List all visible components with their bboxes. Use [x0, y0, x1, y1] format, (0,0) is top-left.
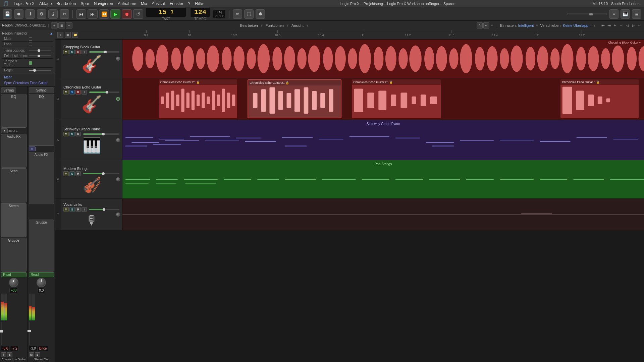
rewind-button[interactable]: ⏮	[76, 9, 86, 19]
eq-button-1[interactable]: EQ	[1, 94, 26, 128]
fader-track-chronicles[interactable]	[89, 92, 119, 93]
audio-fx-button-1[interactable]: Audio FX	[1, 134, 26, 168]
spur-label[interactable]: Spur: Chronicles Echo Guitar	[2, 80, 53, 85]
save-button[interactable]: 💾	[3, 9, 12, 19]
fastforward-button[interactable]: ⏭	[88, 9, 98, 19]
setting-button-1[interactable]: Setting	[1, 87, 16, 93]
cycle-button[interactable]: ↺	[133, 9, 143, 19]
tempo-checkbox[interactable]	[29, 61, 32, 65]
tool-2[interactable]: ⬚	[244, 9, 254, 19]
list-view-btn[interactable]: ▦	[65, 32, 71, 38]
tool-3[interactable]: ✱	[256, 9, 265, 19]
clip-chronicles-6[interactable]: Chronicles Echo Guitar.6 🔒	[560, 79, 639, 118]
channel-knob-chronicles[interactable]	[116, 97, 120, 101]
merge-button[interactable]: ⊣	[619, 23, 624, 28]
quantize-button[interactable]: ≈	[637, 23, 642, 28]
record-toggle-button[interactable]: ⏺	[14, 9, 23, 19]
mehr-button[interactable]: Mehr	[2, 75, 53, 80]
send-button[interactable]: Send	[1, 168, 26, 202]
pan-knob-1[interactable]	[9, 278, 18, 287]
stereo-button[interactable]: Stereo	[1, 203, 26, 237]
clip-chronicles-20[interactable]: Chronicles Echo Guitar.20 🔒	[159, 79, 237, 118]
tracks-scroll[interactable]: 3 Chopping Block Guitar M S R I	[55, 40, 644, 362]
mute-btn-chopping[interactable]: M	[63, 50, 69, 54]
funktionen-menu[interactable]: Funktionen	[266, 23, 284, 27]
menu-mix[interactable]: Mix	[141, 1, 147, 6]
setting-button-2[interactable]: Setting	[29, 87, 54, 93]
menu-navigieren[interactable]: Navigieren	[94, 1, 113, 6]
read-button-2[interactable]: Read	[29, 272, 54, 277]
audio-fx-button-2[interactable]: Audio FX	[29, 152, 54, 204]
feinabstimmen-thumb[interactable]	[38, 55, 40, 57]
region-view-button[interactable]: ↔	[66, 22, 72, 28]
tracks-view-button[interactable]: ▦	[58, 22, 65, 28]
feinabstimmen-fader[interactable]	[29, 55, 51, 56]
solo-btn-strings[interactable]: S	[69, 171, 75, 176]
knobs-button[interactable]: 🎛	[48, 9, 58, 19]
mute-btn-vocal[interactable]: M	[63, 207, 69, 212]
zoom-out-button[interactable]: ⇤	[600, 23, 606, 28]
folder-btn[interactable]: 📁	[72, 32, 78, 38]
record-btn-strings[interactable]: R	[75, 171, 81, 176]
channel-knob-piano[interactable]	[116, 138, 120, 142]
fader-track-vocal[interactable]	[89, 209, 119, 210]
channel-knob-vocal[interactable]	[116, 213, 120, 217]
scissors-button[interactable]: ✂	[60, 9, 69, 19]
mute-btn-strings[interactable]: M	[63, 171, 69, 176]
add-track-button[interactable]: +	[51, 22, 58, 28]
fader-track-chopping[interactable]	[89, 51, 119, 53]
nudge-right-button[interactable]: ▷	[631, 23, 636, 28]
split-button[interactable]: ⊢	[612, 23, 618, 28]
settings-button[interactable]: ⚙	[37, 9, 46, 19]
info-button[interactable]: ℹ	[25, 9, 35, 19]
mono-button[interactable]: ●	[1, 128, 8, 133]
input-btn-chopping[interactable]: I	[82, 50, 87, 54]
v-fader-2[interactable]	[29, 322, 30, 345]
einrasten-value[interactable]: Intelligent	[518, 23, 534, 27]
inspector-arrow[interactable]: ▲	[50, 32, 53, 35]
solo-btn-chronicles[interactable]: S	[69, 90, 75, 95]
v-fader-1[interactable]	[1, 322, 2, 345]
menu-spur[interactable]: Spur	[80, 1, 89, 6]
channel-knob-strings[interactable]	[116, 177, 120, 181]
tool-1[interactable]: ✏	[233, 9, 242, 19]
menu-ansicht[interactable]: Ansicht	[152, 1, 165, 6]
link-button[interactable]: ∞	[29, 146, 36, 151]
eq-button-2[interactable]: EQ	[29, 94, 54, 146]
transposition-fader[interactable]	[29, 50, 51, 51]
menu-aufnahme[interactable]: Aufnahme	[118, 1, 136, 6]
record-btn-chronicles[interactable]: R	[75, 90, 81, 95]
clip-chronicles-23[interactable]: Chronicles Echo Guitar.23 🔒	[352, 79, 440, 118]
inspector-s-btn-2[interactable]: S	[35, 352, 40, 357]
solo-btn-piano[interactable]: S	[69, 132, 75, 136]
cursor-tool-2[interactable]: ⇤	[483, 22, 489, 28]
nudge-left-button[interactable]: ◁	[625, 23, 630, 28]
record-btn-piano[interactable]: R	[75, 132, 81, 136]
mixer-button[interactable]: ≡	[609, 9, 619, 19]
tempo-display[interactable]: 124	[190, 7, 210, 17]
bearbeiten-menu[interactable]: Bearbeiten	[240, 23, 258, 27]
record-btn-vocal[interactable]: R	[75, 207, 81, 212]
solo-btn-vocal[interactable]: S	[69, 207, 75, 212]
clip-chronicles-21[interactable]: Chronicles Echo Guitar.21 🔒	[248, 79, 341, 118]
inspector-i-btn-1[interactable]: I	[1, 352, 6, 357]
piano-roll-button[interactable]: 🎹	[621, 9, 630, 19]
inspector-m-btn-2[interactable]: M	[29, 352, 34, 357]
mute-checkbox[interactable]	[29, 37, 32, 41]
menu-hilfe[interactable]: Hilfe	[195, 1, 203, 6]
mute-btn-piano[interactable]: M	[63, 132, 69, 136]
transposition-thumb[interactable]	[38, 49, 40, 52]
cursor-tool[interactable]: ↖	[477, 22, 483, 28]
solo-btn-chopping[interactable]: S	[69, 50, 75, 54]
pan-knob-2[interactable]	[37, 278, 46, 287]
gruppe-button-2[interactable]: Gruppe	[29, 220, 54, 272]
menu-bearbeiten[interactable]: Bearbeiten	[56, 1, 76, 6]
gruppe-button-1[interactable]: Gruppe	[1, 238, 26, 272]
v-fader-thumb-2[interactable]	[28, 330, 31, 332]
read-button-1[interactable]: Read	[1, 272, 26, 277]
record-button[interactable]: ⏺	[122, 9, 132, 19]
menu-help-icon[interactable]: ?	[188, 1, 191, 6]
fader-track-strings[interactable]	[83, 173, 119, 174]
menu-logic[interactable]: Logic Pro X	[14, 1, 35, 6]
v-fader-thumb-1[interactable]	[0, 330, 3, 333]
